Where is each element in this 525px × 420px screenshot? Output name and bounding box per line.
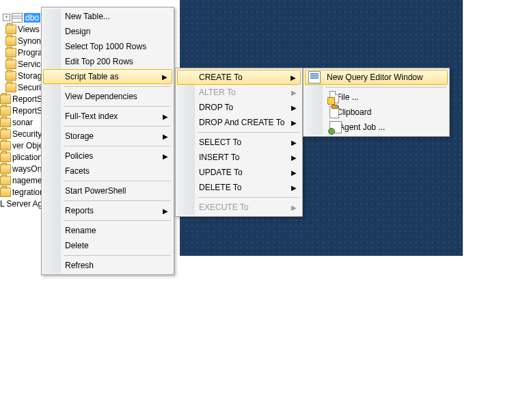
tree-item[interactable]: sonar (0, 116, 43, 128)
tree-label: ver Objects (12, 141, 43, 150)
folder-icon (5, 25, 16, 34)
menu-item-label: Edit Top 200 Rows (65, 57, 133, 66)
agent-icon (329, 121, 342, 133)
tree-item[interactable]: Service (0, 58, 43, 70)
menu-item-label: Script Table as (65, 72, 119, 81)
menu-separator (198, 197, 299, 198)
tree-item[interactable] (0, 0, 43, 12)
context-menu-create-to: New Query Editor WindowFile ...Clipboard… (303, 68, 450, 137)
expand-icon[interactable]: + (3, 14, 10, 21)
clipboard-icon (329, 106, 339, 118)
tree-label: dbo (24, 13, 40, 23)
tree-label: Synony (18, 36, 43, 46)
tree-label: nagement (12, 176, 43, 185)
tree-item[interactable]: L Server Age (0, 198, 43, 209)
menu-separator (325, 87, 446, 88)
submenu-arrow-icon: ▶ (162, 73, 167, 81)
menu-item-start-powershell[interactable]: Start PowerShell (43, 183, 172, 198)
submenu-arrow-icon: ▶ (291, 169, 297, 176)
menu-item-label: DROP And CREATE To (199, 118, 284, 127)
menu-item-label: DELETE To (199, 183, 241, 192)
menu-item-label: Select Top 1000 Rows (65, 42, 146, 51)
folder-icon (5, 60, 16, 69)
folder-icon (5, 83, 16, 92)
folder-icon (0, 176, 11, 185)
menu-separator (64, 181, 171, 181)
tree-item[interactable]: tegration Ser (0, 186, 43, 198)
menu-item-select-top-1000-rows[interactable]: Select Top 1000 Rows (43, 39, 172, 54)
tree-label: sonar (12, 118, 33, 127)
menu-item-label: Reports (65, 206, 94, 215)
menu-item-insert-to[interactable]: INSERT To▶ (177, 150, 301, 165)
menu-separator (64, 146, 171, 146)
menu-item-create-to[interactable]: CREATE To▶ (177, 70, 301, 85)
menu-item-label: Clipboard (336, 107, 371, 117)
menu-item-label: SELECT To (199, 137, 241, 147)
folder-icon (0, 187, 11, 197)
menu-item-label: View Dependencies (65, 92, 137, 101)
menu-item-reports[interactable]: Reports▶ (43, 203, 172, 218)
tree-item[interactable]: Security (0, 128, 43, 140)
menu-item-refresh[interactable]: Refresh (43, 258, 172, 273)
submenu-arrow-icon: ▶ (291, 154, 297, 161)
menu-item-rename[interactable]: Rename (43, 223, 172, 238)
tree-item[interactable]: +dbo (0, 12, 43, 23)
menu-separator (64, 106, 171, 107)
menu-item-alter-to: ALTER To▶ (177, 85, 301, 100)
submenu-arrow-icon: ▶ (291, 89, 297, 96)
menu-item-design[interactable]: Design (43, 24, 172, 39)
tree-item[interactable]: ReportServ (0, 93, 43, 105)
menu-item-full-text-index[interactable]: Full-Text index▶ (43, 109, 172, 124)
menu-item-new-query-editor-window[interactable]: New Query Editor Window (305, 70, 448, 85)
tree-item[interactable]: Storage (0, 70, 43, 81)
menu-item-facets[interactable]: Facets (43, 163, 172, 179)
menu-item-edit-top-200-rows[interactable]: Edit Top 200 Rows (43, 54, 172, 69)
submenu-arrow-icon: ▶ (291, 104, 297, 111)
tree-item[interactable]: Security (0, 81, 43, 93)
menu-item-label: DROP To (199, 103, 233, 112)
menu-item-delete-to[interactable]: DELETE To▶ (177, 180, 301, 195)
menu-item-label: INSERT To (199, 153, 239, 162)
submenu-arrow-icon: ▶ (291, 119, 297, 127)
menu-item-label: Refresh (65, 261, 94, 270)
tree-item[interactable]: nagement (0, 174, 43, 186)
menu-separator (64, 200, 171, 201)
menu-item-storage[interactable]: Storage▶ (43, 129, 172, 144)
folder-icon (5, 71, 16, 81)
tree-item[interactable]: Synony (0, 35, 43, 47)
menu-item-label: Design (65, 27, 90, 36)
folder-icon (0, 129, 11, 139)
menu-item-select-to[interactable]: SELECT To▶ (177, 135, 301, 150)
menu-item-policies[interactable]: Policies▶ (43, 148, 172, 163)
menu-item-view-dependencies[interactable]: View Dependencies (43, 89, 172, 104)
folder-icon (0, 118, 11, 127)
tree-label: L Server Age (0, 199, 43, 209)
tree-label: Security (12, 129, 42, 139)
menu-item-update-to[interactable]: UPDATE To▶ (177, 165, 301, 180)
menu-item-label: File ... (336, 92, 359, 102)
tree-label: ReportServ (12, 106, 43, 116)
tree-item[interactable]: ReportServ (0, 105, 43, 116)
tree-item[interactable]: plication (0, 151, 43, 163)
menu-item-file[interactable]: File ... (305, 90, 448, 105)
folder-icon (5, 48, 16, 57)
menu-item-label: Rename (65, 226, 96, 235)
tree-item[interactable]: ver Objects (0, 140, 43, 151)
menu-item-label: EXECUTE To (199, 202, 248, 212)
tree-label: Program (18, 48, 43, 57)
menu-item-drop-to[interactable]: DROP To▶ (177, 100, 301, 115)
menu-item-delete[interactable]: Delete (43, 238, 172, 253)
menu-item-drop-and-create-to[interactable]: DROP And CREATE To▶ (177, 115, 301, 130)
menu-item-script-table-as[interactable]: Script Table as▶ (43, 69, 172, 84)
menu-item-clipboard[interactable]: Clipboard (305, 105, 448, 120)
submenu-arrow-icon: ▶ (291, 74, 296, 81)
tree-item[interactable]: Views (0, 23, 43, 35)
context-menu-script-as: CREATE To▶ALTER To▶DROP To▶DROP And CREA… (175, 68, 303, 217)
tree-label: waysOn High (12, 164, 43, 174)
tree-item[interactable]: waysOn High (0, 163, 43, 174)
menu-item-agent-job[interactable]: Agent Job ... (305, 120, 448, 135)
submenu-arrow-icon: ▶ (291, 204, 297, 211)
tree-item[interactable]: Program (0, 47, 43, 58)
menu-item-new-table[interactable]: New Table... (43, 9, 172, 24)
menu-item-label: New Table... (65, 12, 110, 21)
